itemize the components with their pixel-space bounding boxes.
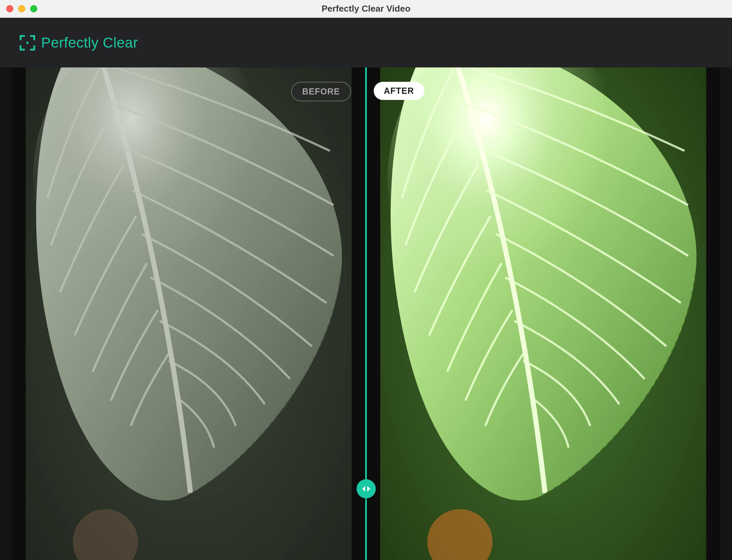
window-controls bbox=[0, 5, 37, 12]
comparison-viewport: BEFORE bbox=[0, 67, 732, 560]
window-close-button[interactable] bbox=[6, 5, 13, 12]
brand-logo: Perfectly Clear bbox=[19, 35, 138, 51]
svg-rect-0 bbox=[26, 42, 28, 44]
before-image bbox=[12, 67, 366, 560]
after-image bbox=[366, 67, 721, 560]
window-minimize-button[interactable] bbox=[18, 5, 25, 12]
window-titlebar: Perfectly Clear Video bbox=[0, 0, 732, 18]
after-pane: AFTER bbox=[366, 67, 721, 560]
brand-name: Perfectly Clear bbox=[41, 35, 138, 51]
before-pane: BEFORE bbox=[12, 67, 366, 560]
brand-mark-icon bbox=[19, 35, 36, 51]
window-zoom-button[interactable] bbox=[30, 5, 37, 12]
after-badge: AFTER bbox=[374, 82, 424, 100]
before-after-compare: BEFORE bbox=[12, 67, 720, 560]
before-badge: BEFORE bbox=[291, 82, 351, 101]
comparison-slider-handle[interactable] bbox=[357, 479, 376, 498]
app-header: Perfectly Clear bbox=[0, 18, 732, 67]
slider-arrows-icon bbox=[360, 483, 372, 495]
window-title: Perfectly Clear Video bbox=[322, 3, 411, 14]
